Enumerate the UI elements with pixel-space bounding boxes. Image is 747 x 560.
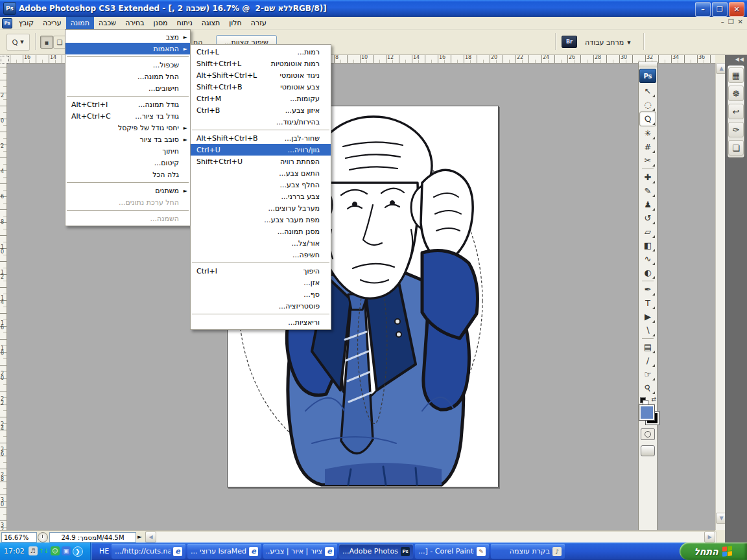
menu-item-22[interactable]: סף... xyxy=(191,288,331,300)
menu-item-18[interactable]: חשיפה... xyxy=(191,249,331,261)
menu-item-4[interactable]: Ctrl+Mעקומות... xyxy=(191,93,331,104)
menubar-item-9[interactable]: עזרה xyxy=(246,17,271,29)
tray-network-activity-icon[interactable]: ↑↓ xyxy=(40,546,49,555)
scroll-left-button[interactable]: ◀ xyxy=(145,531,156,542)
screen-mode-button[interactable] xyxy=(641,445,655,456)
menu-item-11[interactable]: חיתוך xyxy=(65,145,190,157)
menu-item-6[interactable]: בהירות/ניגוד... xyxy=(191,116,331,128)
quick-mask-button[interactable] xyxy=(641,428,655,440)
menu-item-17[interactable]: אור/צל... xyxy=(191,237,331,249)
doc-minimize-button[interactable]: – xyxy=(721,18,724,25)
menu-item-10[interactable]: סובב בד ציור► xyxy=(65,134,190,145)
dock-icon-swatches[interactable]: ▦ xyxy=(728,67,744,83)
menu-item-15[interactable]: מפת מעבר צבע... xyxy=(191,214,331,226)
menu-item-3[interactable]: Shift+Ctrl+Bצבע אוטומטי xyxy=(191,81,331,93)
menubar-item-1[interactable]: עריכה xyxy=(38,17,66,29)
menu-item-14[interactable]: מערבל ערוצים... xyxy=(191,202,331,214)
menubar-item-8[interactable]: חלון xyxy=(224,17,246,29)
menubar-item-6[interactable]: ניתוח xyxy=(172,17,197,29)
menu-item-1[interactable]: התאמות► xyxy=(65,43,190,54)
start-button[interactable]: התחל xyxy=(680,542,747,560)
menu-item-21[interactable]: אזן... xyxy=(191,277,331,288)
tool-type[interactable]: T xyxy=(640,296,656,310)
taskbar-button-5[interactable]: בקרת עוצמה♪ xyxy=(491,544,565,559)
tool-smudge[interactable]: ∿ xyxy=(640,252,656,266)
document-size-info[interactable]: 24.9 מסמך:M/44.5M xyxy=(49,532,136,542)
menu-item-3[interactable]: שכפול... xyxy=(65,59,190,71)
menu-item-0[interactable]: Ctrl+Lרמות... xyxy=(191,46,331,58)
taskbar-button-3[interactable]: ...Adobe PhotoshopPs xyxy=(339,544,413,559)
menu-item-25[interactable]: וריאציות... xyxy=(191,316,331,328)
new-selection-button[interactable]: ▪ xyxy=(40,36,53,49)
tool-history-brush[interactable]: ↺ xyxy=(640,211,656,225)
tool-gradient[interactable]: ◧ xyxy=(640,239,656,252)
minimize-button[interactable]: – xyxy=(695,2,711,17)
menu-item-0[interactable]: מצב► xyxy=(65,31,190,43)
dock-collapse-arrows[interactable]: ◀◀ xyxy=(725,54,747,64)
menu-item-2[interactable]: Alt+Shift+Ctrl+Lניגוד אוטומטי xyxy=(191,69,331,81)
dock-icon-brushes[interactable]: ✑ xyxy=(728,122,744,137)
tool-pen[interactable]: ✒ xyxy=(640,283,656,296)
menu-item-15[interactable]: משתנים► xyxy=(65,185,190,196)
tray-messenger-icon[interactable]: ☺ xyxy=(51,546,60,555)
menu-item-13[interactable]: גלה הכל xyxy=(65,169,190,180)
menu-item-23[interactable]: פוסטריזציה... xyxy=(191,300,331,312)
foreground-color-swatch[interactable] xyxy=(639,405,654,420)
tool-eraser[interactable]: ▱ xyxy=(640,225,656,239)
vertical-ruler[interactable]: 202468101214161820222426283032 xyxy=(0,63,7,530)
tool-line[interactable]: ∖ xyxy=(640,323,656,337)
menu-item-12[interactable]: קיטום... xyxy=(65,157,190,169)
dock-icon-layer-comps[interactable]: ❏ xyxy=(728,140,744,156)
bridge-icon[interactable]: Br xyxy=(562,36,577,48)
menubar-item-3[interactable]: שכבה xyxy=(94,17,121,29)
tool-slice[interactable]: ✂ xyxy=(640,154,656,167)
tool-dodge[interactable]: ◐ xyxy=(640,266,656,279)
zoom-level-field[interactable]: 16.67% xyxy=(1,532,37,542)
menu-item-1[interactable]: Shift+Ctrl+Lרמות אוטומטיות xyxy=(191,58,331,69)
tool-notes[interactable]: ▤ xyxy=(640,340,656,354)
menubar-item-2[interactable]: תמונה xyxy=(66,17,94,29)
doc-restore-button[interactable]: ❐ xyxy=(728,18,734,25)
menu-item-13[interactable]: צבע בררני... xyxy=(191,191,331,202)
tray-show-hidden-chevron-icon[interactable]: ❯ xyxy=(73,546,83,557)
menu-item-8[interactable]: Alt+Shift+Ctrl+Bשחור-לבן... xyxy=(191,132,331,144)
menubar-item-5[interactable]: מסנן xyxy=(149,17,172,29)
menu-item-20[interactable]: Ctrl+Iהיפוך xyxy=(191,265,331,277)
restore-button[interactable]: ❐ xyxy=(712,2,728,17)
tool-lasso[interactable]: Ϙ xyxy=(639,111,656,126)
menu-item-10[interactable]: Shift+Ctrl+Uהפחתת רוויה xyxy=(191,156,331,167)
menu-item-11[interactable]: התאם צבע... xyxy=(191,167,331,179)
doc-close-button[interactable]: ✕ xyxy=(738,18,743,25)
menu-item-16[interactable]: מסנן תמונה... xyxy=(191,226,331,237)
taskbar-button-1[interactable]: ... ערוצי IsraMediae xyxy=(187,544,261,559)
tool-spot-healing-brush[interactable]: ✚ xyxy=(640,170,656,184)
dock-icon-history[interactable]: ↩ xyxy=(728,104,744,119)
tray-volume-icon[interactable]: ♬ xyxy=(29,546,38,555)
menu-item-9[interactable]: יחסי גודל של פיקסל► xyxy=(65,122,190,134)
menubar-item-4[interactable]: בחירה xyxy=(121,17,148,29)
menubar-item-0[interactable]: קובץ xyxy=(14,17,38,29)
status-menu-arrow[interactable]: ► xyxy=(137,533,142,540)
menu-item-5[interactable]: חישובים... xyxy=(65,82,190,94)
dock-icon-styles[interactable]: ☸ xyxy=(728,86,744,101)
tool-hand[interactable]: ☞ xyxy=(640,368,656,381)
tool-clone-stamp[interactable]: ♟ xyxy=(640,198,656,211)
swap-colors-icon[interactable]: ⇄ xyxy=(651,396,656,402)
menu-item-8[interactable]: Alt+Ctrl+Cגודל בד ציור... xyxy=(65,110,190,122)
menu-item-12[interactable]: החלף צבע... xyxy=(191,179,331,191)
vertical-scrollbar[interactable]: ▲ ▼ xyxy=(715,63,726,530)
tool-zoom[interactable]: ⚲ xyxy=(640,381,656,395)
close-button[interactable]: ✕ xyxy=(729,2,744,17)
menubar-item-7[interactable]: תצוגה xyxy=(197,17,224,29)
palette-grip[interactable] xyxy=(639,62,657,67)
tool-preset-picker[interactable]: Ϙ ▼ xyxy=(6,34,30,51)
menu-item-9[interactable]: Ctrl+Uגוון/רוויה... xyxy=(191,144,331,156)
tray-network-icon[interactable]: ▣ xyxy=(62,546,71,555)
menu-item-4[interactable]: החל תמונה... xyxy=(65,71,190,82)
tray-clock[interactable]: 17:02 xyxy=(4,547,25,555)
ruler-origin-widget[interactable] xyxy=(1,56,9,64)
taskbar-button-0[interactable]: .../http://cuts.namee xyxy=(112,544,185,559)
tool-elliptical-marquee[interactable]: ◌ xyxy=(640,98,656,111)
language-indicator[interactable]: HE xyxy=(95,545,113,557)
tool-crop[interactable]: # xyxy=(640,140,656,154)
